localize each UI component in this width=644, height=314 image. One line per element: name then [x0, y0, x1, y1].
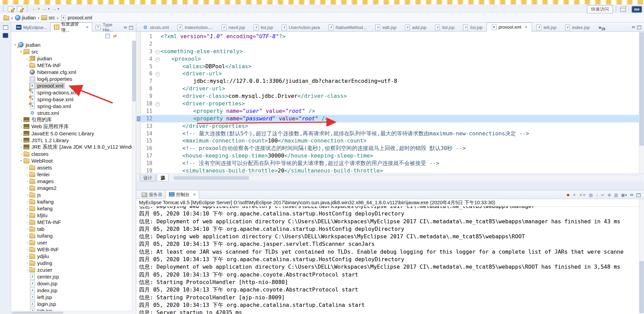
chevron-collapsed-icon[interactable]: ›: [25, 206, 29, 211]
project-explorer-icon[interactable]: [3, 15, 9, 20]
code-line-18[interactable]: 18<!-- 没有空闲连接可以分配而在队列中等候的最大请求数,超过这个请求数的用…: [141, 160, 639, 167]
tree-item-down.jsp[interactable]: Jdown.jsp: [11, 280, 132, 287]
tree-item-images2[interactable]: ›images2: [11, 184, 132, 191]
xml-editor[interactable]: 1<?xml version="1.0" encoding="UTF-8"?>2…: [136, 32, 644, 174]
myeclipse-perspective-button[interactable]: me: [632, 6, 642, 13]
clear-console-icon[interactable]: ▤: [589, 193, 593, 197]
editor-tab-edit.jsp[interactable]: Jedit.jsp: [371, 23, 401, 31]
remove-all-launches-icon[interactable]: ✕✕: [579, 193, 586, 197]
editor-console-sash[interactable]: [136, 182, 644, 190]
editor-tab-index.jsp[interactable]: Jindex.jsp: [560, 23, 593, 31]
chevron-collapsed-icon[interactable]: ›: [25, 165, 29, 170]
code-line-7[interactable]: 7jdbc:mysql://127.0.0.1:3306/jiudian_db?…: [141, 77, 639, 85]
code-line-17[interactable]: 17<house-keeping-sleep-time>30000</house…: [141, 152, 639, 160]
back-icon[interactable]: ←▾: [42, 6, 50, 12]
link-with-editor-icon[interactable]: ⇄: [113, 33, 117, 39]
tree-item-images[interactable]: ›images: [11, 178, 132, 184]
chevron-collapsed-icon[interactable]: ›: [25, 172, 29, 177]
breadcrumb-item-jiudian[interactable]: jiudian: [15, 15, 36, 20]
tree-item-jiudian[interactable]: ›jiudian: [11, 55, 132, 62]
tree-item-tab[interactable]: ›tab: [11, 225, 132, 232]
close-icon[interactable]: ✕: [525, 25, 528, 29]
editor-horizontal-scrollbar[interactable]: [173, 176, 641, 180]
code-line-15[interactable]: 15<maximum-connection-count>100</maximum…: [141, 137, 639, 145]
code-line-11[interactable]: 11<property name="user" value="root" />: [141, 107, 639, 115]
tree-item-classes[interactable]: ›classes: [11, 150, 132, 157]
code-line-1[interactable]: 1<?xml version="1.0" encoding="UTF-8"?>: [141, 33, 639, 40]
chevron-collapsed-icon[interactable]: ›: [25, 226, 29, 231]
sidebar-vertical-scrollbar[interactable]: [132, 40, 136, 314]
restore-view-icon[interactable]: [3, 25, 8, 30]
chevron-collapsed-icon[interactable]: ›: [25, 63, 29, 68]
close-icon[interactable]: ✕: [86, 25, 88, 29]
quick-access-button[interactable]: 快速访问: [587, 5, 613, 13]
collapse-all-icon[interactable]: −: [106, 34, 110, 38]
editor-tab-IndexAction....[interactable]: JIndexAction....: [173, 23, 217, 31]
tree-item-META-INF[interactable]: ›META-INF: [11, 219, 132, 225]
code-line-9[interactable]: 9<driver-class>com.mysql.jdbc.Driver</dr…: [141, 92, 639, 100]
new-wizard-icon[interactable]: ▾: [8, 6, 15, 12]
minimized-view-icon[interactable]: [3, 33, 8, 38]
scroll-lock-icon[interactable]: ↓: [596, 193, 598, 197]
pin-console-icon[interactable]: ⊕: [607, 193, 611, 197]
tree-item-src[interactable]: ›src: [11, 48, 132, 55]
chevron-collapsed-icon[interactable]: ›: [19, 124, 24, 129]
code-line-16[interactable]: 16<!-- proxool自动侦察各个连接状态的时间间隔(毫秒),侦察到空闲的…: [141, 145, 639, 152]
fold-icon[interactable]: −: [155, 48, 160, 55]
code-line-8[interactable]: 8</driver-url>: [141, 85, 639, 92]
code-line-3[interactable]: 3−<something-else-entirely>: [141, 48, 639, 55]
tab-overflow-chevron[interactable]: »29: [599, 24, 605, 30]
tree-item-jiudian[interactable]: ›jiudian: [11, 41, 132, 48]
tree-item-proxool.xml[interactable]: Xproxool.xml: [11, 82, 132, 89]
tree-item-kaifang[interactable]: ›kaifang: [11, 198, 132, 205]
code-lines[interactable]: 1<?xml version="1.0" encoding="UTF-8"?>2…: [141, 32, 639, 174]
editor-tab-list.jsp[interactable]: Jlist.jsp: [431, 23, 459, 31]
console-tab-服务器[interactable]: 服务器: [138, 191, 165, 199]
breadcrumb-item-src[interactable]: src: [41, 15, 55, 20]
sidebar-horizontal-scrollbar[interactable]: [11, 311, 132, 314]
remove-launch-icon[interactable]: ✕: [573, 193, 576, 197]
code-line-14[interactable]: 14<!-- 最大连接数(默认5个),超过了这个连接数,再有请求时,就排在队列中…: [141, 130, 639, 137]
chevron-collapsed-icon[interactable]: ›: [19, 117, 24, 122]
code-line-2[interactable]: 2: [141, 40, 639, 48]
tree-item-fenlei[interactable]: ›fenlei: [11, 171, 132, 178]
tree-item-Web 应用程序库[interactable]: ›Web 应用程序库: [11, 123, 132, 130]
tree-item-META-INF[interactable]: ›META-INF: [11, 62, 132, 69]
terminate-icon[interactable]: ■: [567, 193, 570, 197]
editor-tab-struts.xml[interactable]: ⚙struts.xml: [138, 23, 173, 31]
word-wrap-icon[interactable]: ↵: [601, 193, 604, 197]
chevron-collapsed-icon[interactable]: ›: [25, 247, 29, 252]
tree-item-spring-actions.xml[interactable]: Xspring-actions.xml: [11, 89, 132, 96]
chevron-collapsed-icon[interactable]: ›: [19, 138, 24, 143]
editor-tab-list.jsp[interactable]: Jlist.jsp: [459, 23, 487, 31]
console-vertical-scrollbar[interactable]: [639, 199, 644, 314]
open-resource-icon[interactable]: ▾: [17, 6, 24, 12]
chevron-collapsed-icon[interactable]: ›: [25, 213, 29, 218]
code-line-5[interactable]: 5<alias>DBPool</alias>: [141, 63, 639, 70]
display-selected-console-icon[interactable]: ▥: [614, 193, 618, 197]
editor-tab-UserAction.java[interactable]: JUserAction.java: [277, 23, 324, 31]
tree-item-assets[interactable]: ›assets: [11, 164, 132, 171]
chevron-collapsed-icon[interactable]: ›: [19, 145, 24, 150]
editor-tab-list.jsp[interactable]: Jlist.jsp: [249, 23, 277, 31]
tree-item-spring-base.xml[interactable]: Xspring-base.xml: [11, 96, 132, 103]
editor-tab-proxool.xml[interactable]: Xproxool.xml✕: [487, 23, 532, 32]
tree-item-WEB-INF[interactable]: ›WEB-INF: [11, 246, 132, 253]
editor-vertical-scrollbar[interactable]: [639, 32, 644, 174]
tree-item-tuifang[interactable]: ›tuifang: [11, 232, 132, 239]
sidebar-tab-包资源管理...[interactable]: 包资源管理...✕: [50, 23, 92, 32]
chevron-expanded-icon[interactable]: ›: [19, 159, 24, 163]
tree-item-js[interactable]: ›js: [11, 191, 132, 198]
sidebar-tab-Type Hie...[interactable]: TType Hie...: [92, 23, 124, 31]
tree-item-kefang[interactable]: ›kefang: [11, 205, 132, 212]
code-line-19[interactable]: 19<simultaneous-build-throttle>20</simul…: [141, 167, 639, 174]
code-line-12[interactable]: 12<property name="password" value="root"…: [141, 115, 639, 122]
fold-icon[interactable]: −: [155, 100, 160, 107]
tree-item-kfjilu[interactable]: ›kfjilu: [11, 212, 132, 219]
chevron-collapsed-icon[interactable]: ›: [25, 192, 29, 197]
tree-item-login.jsp[interactable]: Jlogin.jsp: [11, 300, 132, 307]
tree-item-left.jsp[interactable]: Jleft.jsp: [11, 294, 132, 300]
tree-item-struts.xml[interactable]: ⚙struts.xml: [11, 109, 132, 116]
tree-item-center.jsp[interactable]: Jcenter.jsp: [11, 273, 132, 280]
minimize-icon[interactable]: [630, 194, 633, 197]
